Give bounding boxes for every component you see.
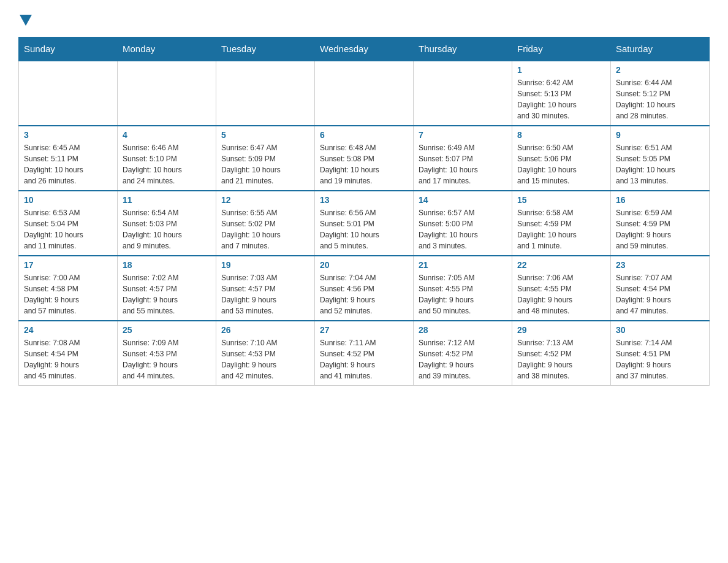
page-header [18, 12, 710, 25]
calendar-week-3: 10Sunrise: 6:53 AM Sunset: 5:04 PM Dayli… [19, 191, 710, 256]
day-info: Sunrise: 7:12 AM Sunset: 4:52 PM Dayligh… [419, 337, 507, 381]
calendar-cell: 18Sunrise: 7:02 AM Sunset: 4:57 PM Dayli… [118, 256, 216, 321]
calendar-cell: 26Sunrise: 7:10 AM Sunset: 4:53 PM Dayli… [216, 321, 315, 386]
calendar-cell: 29Sunrise: 7:13 AM Sunset: 4:52 PM Dayli… [512, 321, 611, 386]
day-number: 5 [221, 130, 309, 140]
day-info: Sunrise: 6:58 AM Sunset: 4:59 PM Dayligh… [517, 207, 605, 251]
calendar-cell: 7Sunrise: 6:49 AM Sunset: 5:07 PM Daylig… [414, 126, 512, 191]
calendar-cell: 12Sunrise: 6:55 AM Sunset: 5:02 PM Dayli… [216, 191, 315, 256]
weekday-header-tuesday: Tuesday [216, 37, 315, 61]
day-number: 22 [517, 260, 605, 270]
day-info: Sunrise: 6:45 AM Sunset: 5:11 PM Dayligh… [24, 142, 112, 186]
day-number: 11 [123, 195, 211, 205]
calendar-table: SundayMondayTuesdayWednesdayThursdayFrid… [18, 37, 710, 386]
day-info: Sunrise: 6:46 AM Sunset: 5:10 PM Dayligh… [123, 142, 211, 186]
day-number: 17 [24, 260, 112, 270]
day-number: 30 [616, 325, 704, 335]
calendar-cell: 30Sunrise: 7:14 AM Sunset: 4:51 PM Dayli… [611, 321, 710, 386]
calendar-cell: 21Sunrise: 7:05 AM Sunset: 4:55 PM Dayli… [414, 256, 512, 321]
calendar-cell: 27Sunrise: 7:11 AM Sunset: 4:52 PM Dayli… [315, 321, 414, 386]
calendar-week-4: 17Sunrise: 7:00 AM Sunset: 4:58 PM Dayli… [19, 256, 710, 321]
calendar-cell [19, 61, 118, 126]
calendar-cell: 1Sunrise: 6:42 AM Sunset: 5:13 PM Daylig… [512, 61, 611, 126]
day-info: Sunrise: 6:48 AM Sunset: 5:08 PM Dayligh… [320, 142, 408, 186]
calendar-cell: 24Sunrise: 7:08 AM Sunset: 4:54 PM Dayli… [19, 321, 118, 386]
calendar-cell: 20Sunrise: 7:04 AM Sunset: 4:56 PM Dayli… [315, 256, 414, 321]
day-number: 15 [517, 195, 605, 205]
day-info: Sunrise: 6:59 AM Sunset: 4:59 PM Dayligh… [616, 207, 704, 251]
day-info: Sunrise: 6:54 AM Sunset: 5:03 PM Dayligh… [123, 207, 211, 251]
day-number: 3 [24, 130, 112, 140]
day-info: Sunrise: 7:06 AM Sunset: 4:55 PM Dayligh… [517, 272, 605, 316]
day-info: Sunrise: 6:57 AM Sunset: 5:00 PM Dayligh… [419, 207, 507, 251]
day-number: 12 [221, 195, 309, 205]
day-number: 7 [419, 130, 507, 140]
calendar-cell [216, 61, 315, 126]
weekday-header-row: SundayMondayTuesdayWednesdayThursdayFrid… [19, 37, 710, 61]
day-number: 6 [320, 130, 408, 140]
day-info: Sunrise: 7:11 AM Sunset: 4:52 PM Dayligh… [320, 337, 408, 381]
day-number: 20 [320, 260, 408, 270]
day-number: 2 [616, 65, 704, 75]
calendar-cell: 17Sunrise: 7:00 AM Sunset: 4:58 PM Dayli… [19, 256, 118, 321]
day-info: Sunrise: 7:14 AM Sunset: 4:51 PM Dayligh… [616, 337, 704, 381]
calendar-cell: 22Sunrise: 7:06 AM Sunset: 4:55 PM Dayli… [512, 256, 611, 321]
calendar-cell: 15Sunrise: 6:58 AM Sunset: 4:59 PM Dayli… [512, 191, 611, 256]
day-info: Sunrise: 7:13 AM Sunset: 4:52 PM Dayligh… [517, 337, 605, 381]
logo-arrow-icon [20, 15, 32, 26]
calendar-week-5: 24Sunrise: 7:08 AM Sunset: 4:54 PM Dayli… [19, 321, 710, 386]
day-info: Sunrise: 6:55 AM Sunset: 5:02 PM Dayligh… [221, 207, 309, 251]
day-number: 29 [517, 325, 605, 335]
day-info: Sunrise: 7:03 AM Sunset: 4:57 PM Dayligh… [221, 272, 309, 316]
day-number: 18 [123, 260, 211, 270]
calendar-cell: 16Sunrise: 6:59 AM Sunset: 4:59 PM Dayli… [611, 191, 710, 256]
calendar-cell: 23Sunrise: 7:07 AM Sunset: 4:54 PM Dayli… [611, 256, 710, 321]
day-info: Sunrise: 6:56 AM Sunset: 5:01 PM Dayligh… [320, 207, 408, 251]
day-number: 23 [616, 260, 704, 270]
day-number: 8 [517, 130, 605, 140]
day-number: 28 [419, 325, 507, 335]
day-number: 26 [221, 325, 309, 335]
weekday-header-friday: Friday [512, 37, 611, 61]
weekday-header-thursday: Thursday [414, 37, 512, 61]
calendar-cell: 2Sunrise: 6:44 AM Sunset: 5:12 PM Daylig… [611, 61, 710, 126]
day-info: Sunrise: 6:51 AM Sunset: 5:05 PM Dayligh… [616, 142, 704, 186]
day-number: 1 [517, 65, 605, 75]
day-number: 4 [123, 130, 211, 140]
weekday-header-sunday: Sunday [19, 37, 118, 61]
calendar-cell: 4Sunrise: 6:46 AM Sunset: 5:10 PM Daylig… [118, 126, 216, 191]
day-info: Sunrise: 7:02 AM Sunset: 4:57 PM Dayligh… [123, 272, 211, 316]
day-info: Sunrise: 6:47 AM Sunset: 5:09 PM Dayligh… [221, 142, 309, 186]
day-info: Sunrise: 7:09 AM Sunset: 4:53 PM Dayligh… [123, 337, 211, 381]
day-info: Sunrise: 7:10 AM Sunset: 4:53 PM Dayligh… [221, 337, 309, 381]
calendar-week-1: 1Sunrise: 6:42 AM Sunset: 5:13 PM Daylig… [19, 61, 710, 126]
day-number: 21 [419, 260, 507, 270]
day-number: 25 [123, 325, 211, 335]
day-info: Sunrise: 6:50 AM Sunset: 5:06 PM Dayligh… [517, 142, 605, 186]
day-info: Sunrise: 7:00 AM Sunset: 4:58 PM Dayligh… [24, 272, 112, 316]
calendar-cell: 13Sunrise: 6:56 AM Sunset: 5:01 PM Dayli… [315, 191, 414, 256]
day-number: 9 [616, 130, 704, 140]
calendar-cell [414, 61, 512, 126]
day-number: 10 [24, 195, 112, 205]
day-number: 16 [616, 195, 704, 205]
calendar-cell: 10Sunrise: 6:53 AM Sunset: 5:04 PM Dayli… [19, 191, 118, 256]
weekday-header-monday: Monday [118, 37, 216, 61]
logo [18, 12, 32, 25]
day-info: Sunrise: 7:08 AM Sunset: 4:54 PM Dayligh… [24, 337, 112, 381]
calendar-cell: 14Sunrise: 6:57 AM Sunset: 5:00 PM Dayli… [414, 191, 512, 256]
weekday-header-saturday: Saturday [611, 37, 710, 61]
day-number: 13 [320, 195, 408, 205]
day-info: Sunrise: 6:53 AM Sunset: 5:04 PM Dayligh… [24, 207, 112, 251]
calendar-cell: 8Sunrise: 6:50 AM Sunset: 5:06 PM Daylig… [512, 126, 611, 191]
calendar-cell [315, 61, 414, 126]
calendar-cell: 28Sunrise: 7:12 AM Sunset: 4:52 PM Dayli… [414, 321, 512, 386]
calendar-cell: 5Sunrise: 6:47 AM Sunset: 5:09 PM Daylig… [216, 126, 315, 191]
day-info: Sunrise: 6:42 AM Sunset: 5:13 PM Dayligh… [517, 77, 605, 121]
day-number: 19 [221, 260, 309, 270]
calendar-cell: 11Sunrise: 6:54 AM Sunset: 5:03 PM Dayli… [118, 191, 216, 256]
calendar-cell: 6Sunrise: 6:48 AM Sunset: 5:08 PM Daylig… [315, 126, 414, 191]
calendar-cell [118, 61, 216, 126]
day-number: 27 [320, 325, 408, 335]
day-info: Sunrise: 7:07 AM Sunset: 4:54 PM Dayligh… [616, 272, 704, 316]
